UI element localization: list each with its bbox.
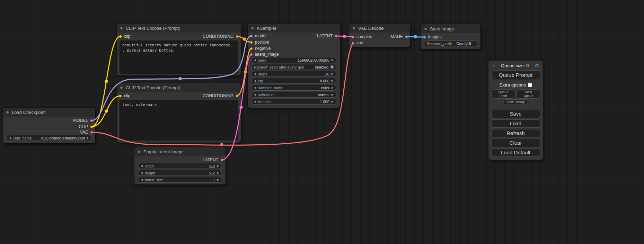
next-arrow-icon[interactable]: ▶ (87, 137, 89, 139)
input-slot-clip[interactable]: clip (119, 34, 130, 39)
next-arrow-icon[interactable]: ▶ (332, 93, 334, 96)
output-slot-image[interactable]: IMAGE (389, 34, 408, 39)
ckpt-name-combo[interactable]: ◀ ckpt_name v1-5-pruned-emaonly.ckpt ▶ (6, 135, 92, 141)
batch-size-stepper[interactable]: ◀ batch_size 1 ▶ (138, 177, 222, 183)
output-slot-clip[interactable]: CLIP (79, 124, 93, 129)
steps-stepper[interactable]: ◀ steps 20 ▶ (251, 71, 336, 77)
decrement-arrow-icon[interactable]: ◀ (254, 73, 256, 75)
conditioning-port-icon[interactable] (250, 47, 253, 50)
view-history-button[interactable]: View History (503, 99, 528, 105)
output-slot-latent[interactable]: LATENT (317, 33, 338, 39)
cfg-stepper[interactable]: ◀ cfg 8.000 ▶ (251, 78, 336, 84)
queue-prompt-button[interactable]: Queue Prompt (491, 70, 540, 80)
node-empty-latent-image[interactable]: Empty Latent Image LATENT ◀ width 512 ▶ … (134, 147, 226, 184)
settings-gear-icon[interactable]: ⚙ (535, 63, 539, 68)
clear-button[interactable]: Clear (491, 139, 540, 147)
increment-arrow-icon[interactable]: ▶ (217, 172, 219, 174)
collapse-dot-icon[interactable] (424, 27, 427, 30)
collapse-dot-icon[interactable] (251, 27, 254, 30)
decrement-arrow-icon[interactable]: ◀ (141, 179, 143, 181)
node-ksampler[interactable]: KSampler model positive negative latent_… (248, 24, 340, 108)
input-slot-clip[interactable]: clip (119, 93, 130, 99)
comfyui-canvas[interactable]: { "colors": { "model": "#B39DDB", "clip"… (0, 0, 644, 244)
input-slot-vae[interactable]: vae (351, 40, 363, 46)
conditioning-port-icon[interactable] (236, 35, 239, 38)
extra-options-checkbox[interactable] (528, 83, 532, 87)
latent-port-icon[interactable] (250, 53, 253, 56)
node-title-bar[interactable]: VAE Decode (349, 24, 410, 33)
output-slot-conditioning[interactable]: CONDITIONING (203, 93, 239, 99)
load-button[interactable]: Load (491, 119, 540, 128)
refresh-button[interactable]: Refresh (491, 129, 540, 137)
decrement-arrow-icon[interactable]: ◀ (254, 80, 256, 82)
increment-arrow-icon[interactable]: ▶ (332, 80, 334, 82)
input-slot-negative[interactable]: negative (250, 46, 271, 51)
increment-arrow-icon[interactable]: ▶ (332, 100, 334, 103)
clip-port-icon[interactable] (119, 35, 122, 38)
collapse-dot-icon[interactable] (120, 86, 123, 89)
clip-port-icon[interactable] (119, 94, 122, 98)
load-default-button[interactable]: Load Default (491, 148, 540, 157)
toggle-dot-icon[interactable] (330, 65, 334, 69)
node-save-image[interactable]: Save Image images filename_prefix ComfyU… (421, 24, 480, 49)
latent-port-icon[interactable] (220, 159, 223, 162)
conditioning-port-icon[interactable] (236, 94, 239, 98)
input-slot-samples[interactable]: samples (351, 34, 372, 39)
node-clip-text-encode-negative[interactable]: CLIP Text Encode (Prompt) clip CONDITION… (117, 83, 241, 143)
increment-arrow-icon[interactable]: ▶ (332, 73, 334, 75)
input-slot-images[interactable]: images (423, 34, 442, 40)
decrement-arrow-icon[interactable]: ◀ (141, 165, 143, 168)
node-title-bar[interactable]: KSampler (248, 24, 340, 33)
queue-front-button[interactable]: Queue Front (491, 89, 515, 99)
sampler-name-combo[interactable]: ◀ sampler_name euler ▶ (251, 85, 336, 91)
conditioning-port-icon[interactable] (250, 41, 253, 44)
output-slot-conditioning[interactable]: CONDITIONING (203, 34, 239, 39)
decrement-arrow-icon[interactable]: ◀ (254, 100, 256, 103)
latent-port-icon[interactable] (351, 35, 354, 38)
filename-prefix-field[interactable]: filename_prefix ComfyUI (424, 40, 477, 46)
increment-arrow-icon[interactable]: ▶ (217, 179, 219, 181)
node-title-bar[interactable]: CLIP Text Encode (Prompt) (117, 83, 241, 92)
width-stepper[interactable]: ◀ width 512 ▶ (138, 163, 222, 169)
drag-handle-icon[interactable]: ⠿ (492, 63, 495, 68)
save-button[interactable]: Save (491, 110, 540, 118)
decrement-arrow-icon[interactable]: ◀ (141, 172, 143, 174)
scheduler-combo[interactable]: ◀ scheduler normal ▶ (251, 92, 336, 98)
prompt-text-input[interactable]: text, watermark (120, 100, 238, 141)
increment-arrow-icon[interactable]: ▶ (332, 59, 334, 62)
increment-arrow-icon[interactable]: ▶ (217, 165, 219, 168)
collapse-dot-icon[interactable] (120, 27, 123, 30)
collapse-dot-icon[interactable] (6, 111, 9, 114)
collapse-dot-icon[interactable] (352, 27, 355, 30)
output-slot-vae[interactable]: VAE (80, 129, 93, 135)
prev-arrow-icon[interactable]: ◀ (9, 137, 11, 139)
node-title-bar[interactable]: CLIP Text Encode (Prompt) (117, 24, 241, 33)
next-arrow-icon[interactable]: ▶ (332, 87, 334, 89)
random-seed-toggle[interactable]: Random seed after every gen enabled (251, 64, 336, 70)
node-title-bar[interactable]: Save Image (421, 24, 480, 33)
denoise-stepper[interactable]: ◀ denoise 1.000 ▶ (251, 99, 336, 105)
prev-arrow-icon[interactable]: ◀ (254, 87, 256, 89)
node-load-checkpoint[interactable]: Load Checkpoint MODEL CLIP VAE ◀ ckpt_na… (3, 108, 95, 143)
model-port-icon[interactable] (90, 119, 93, 122)
input-slot-model[interactable]: model (250, 33, 266, 39)
image-port-icon[interactable] (423, 36, 426, 39)
node-title-bar[interactable]: Empty Latent Image (134, 147, 226, 156)
collapse-dot-icon[interactable] (138, 150, 141, 153)
output-slot-model[interactable]: MODEL (73, 118, 93, 123)
seed-stepper[interactable]: ◀ seed 156680208700286 ▶ (251, 57, 336, 63)
model-port-icon[interactable] (250, 35, 253, 38)
node-title-bar[interactable]: Load Checkpoint (3, 108, 95, 117)
view-queue-button[interactable]: View Queue (517, 89, 540, 99)
output-slot-latent[interactable]: LATENT (203, 157, 223, 163)
clip-port-icon[interactable] (90, 125, 93, 128)
input-slot-latent-image[interactable]: latent_image (250, 52, 279, 57)
latent-port-icon[interactable] (335, 35, 338, 38)
comfy-menu-panel[interactable]: ⠿ Queue size: 0 ⚙ Queue Prompt Extra opt… (488, 61, 543, 160)
height-stepper[interactable]: ◀ height 512 ▶ (138, 170, 222, 176)
node-clip-text-encode-positive[interactable]: CLIP Text Encode (Prompt) clip CONDITION… (117, 24, 241, 75)
image-port-icon[interactable] (405, 35, 408, 38)
vae-port-icon[interactable] (90, 131, 93, 134)
node-vae-decode[interactable]: VAE Decode samples vae IMAGE (349, 24, 410, 47)
prev-arrow-icon[interactable]: ◀ (254, 93, 256, 96)
